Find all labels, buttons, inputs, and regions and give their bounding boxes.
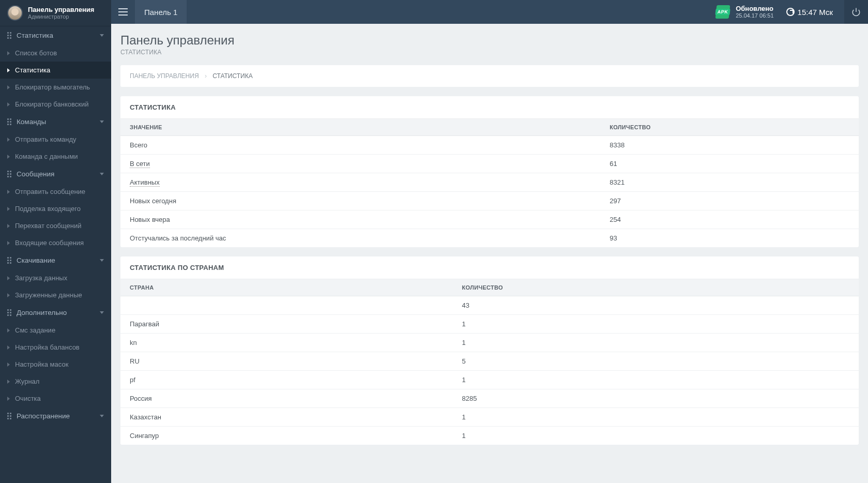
country-label: Казахстан	[120, 408, 453, 427]
nav-section-extra[interactable]: Дополнительно	[0, 304, 111, 322]
nav-item-label: Перехват сообщений	[15, 222, 82, 230]
chevron-right-icon	[7, 102, 10, 107]
table-row: pf1	[120, 371, 859, 389]
chevron-right-icon	[7, 241, 10, 245]
nav-section-messages[interactable]: Сообщения	[0, 165, 111, 183]
chevron-right-icon	[7, 363, 10, 367]
nav-item-statistics-2[interactable]: Блокиратор вымогатель	[0, 79, 111, 96]
user-block[interactable]: Панель управления Администратор	[0, 0, 111, 26]
chevron-right-icon	[7, 380, 10, 384]
svg-rect-1	[118, 11, 128, 12]
breadcrumb-root[interactable]: ПАНЕЛЬ УПРАВЛЕНИЯ	[130, 72, 199, 80]
chevron-right-icon	[7, 276, 10, 280]
clock: 15:47 Мск	[786, 8, 833, 17]
nav-section-spread[interactable]: Распостранение	[0, 407, 111, 425]
breadcrumb-current: СТАТИСТИКА	[212, 72, 252, 80]
breadcrumb: ПАНЕЛЬ УПРАВЛЕНИЯ › СТАТИСТИКА	[120, 65, 859, 87]
nav-item-label: Список ботов	[15, 49, 57, 57]
grip-icon	[7, 413, 11, 419]
stats-label: Активных	[120, 173, 600, 192]
stats-count: 254	[600, 210, 859, 229]
nav-item-messages-0[interactable]: Отправить сообщение	[0, 183, 111, 200]
updated-info: Обновлено 25.04.17 06:51	[736, 5, 773, 19]
nav-item-label: Отправить команду	[15, 135, 77, 143]
stats-table: ЗНАЧЕНИЕ КОЛИЧЕСТВО Всего8338В сети61Акт…	[120, 119, 859, 247]
table-row: Отстучались за последний час93	[120, 229, 859, 248]
country-panel-title: СТАТИСТИКА ПО СТРАНАМ	[120, 256, 859, 279]
chevron-right-icon	[7, 68, 10, 72]
country-label: pf	[120, 371, 453, 389]
nav-item-label: Команда с данными	[15, 153, 78, 160]
user-role: Администратор	[28, 13, 94, 20]
nav-item-label: Входящие сообщения	[15, 239, 84, 247]
nav: СтатистикаСписок ботовСтатистикаБлокират…	[0, 26, 111, 483]
chevron-right-icon	[7, 224, 10, 228]
table-row: Всего8338	[120, 136, 859, 155]
nav-item-extra-1[interactable]: Настройка балансов	[0, 339, 111, 356]
nav-item-label: Загрузка данных	[15, 274, 67, 282]
chevron-right-icon	[7, 190, 10, 194]
nav-item-statistics-1[interactable]: Статистика	[0, 62, 111, 79]
nav-section-download[interactable]: Скачивание	[0, 251, 111, 269]
country-count: 5	[453, 352, 859, 371]
country-col-count: КОЛИЧЕСТВО	[453, 279, 859, 296]
stats-label: Всего	[120, 136, 600, 155]
nav-section-label: Сообщения	[17, 170, 54, 178]
table-row: Парагвай1	[120, 315, 859, 334]
grip-icon	[7, 171, 11, 177]
country-label	[120, 296, 453, 315]
grip-icon	[7, 32, 11, 39]
table-row: Россия8285	[120, 389, 859, 408]
nav-section-statistics[interactable]: Статистика	[0, 26, 111, 44]
menu-toggle-button[interactable]	[111, 0, 135, 24]
nav-item-messages-2[interactable]: Перехват сообщений	[0, 217, 111, 234]
nav-section-commands[interactable]: Команды	[0, 113, 111, 131]
nav-section-label: Скачивание	[17, 256, 55, 264]
nav-item-extra-3[interactable]: Журнал	[0, 373, 111, 390]
nav-item-label: Настройка балансов	[15, 343, 80, 351]
nav-item-download-0[interactable]: Загрузка данных	[0, 269, 111, 286]
chevron-right-icon	[7, 397, 10, 401]
power-icon	[851, 7, 861, 17]
country-count: 1	[453, 427, 859, 445]
nav-item-label: Подделка входящего	[15, 205, 81, 213]
nav-item-label: Блокиратор вымогатель	[15, 83, 90, 91]
nav-section-label: Распостранение	[17, 412, 70, 420]
nav-section-label: Статистика	[17, 32, 53, 39]
nav-item-commands-1[interactable]: Команда с данными	[0, 148, 111, 165]
chevron-down-icon	[100, 120, 104, 123]
nav-item-messages-1[interactable]: Подделка входящего	[0, 200, 111, 217]
nav-item-label: Смс задание	[15, 326, 55, 334]
nav-item-statistics-3[interactable]: Блокиратор банковский	[0, 96, 111, 113]
apk-button[interactable]: APK	[715, 5, 730, 19]
nav-item-label: Загруженные данные	[15, 291, 82, 299]
nav-item-label: Статистика	[15, 66, 50, 74]
country-count: 1	[453, 315, 859, 334]
nav-item-download-1[interactable]: Загруженные данные	[0, 286, 111, 304]
nav-item-commands-0[interactable]: Отправить команду	[0, 131, 111, 148]
table-row: Казахстан1	[120, 408, 859, 427]
stats-count: 297	[600, 192, 859, 210]
country-label: Сингапур	[120, 427, 453, 445]
clock-text: 15:47 Мск	[798, 8, 833, 17]
svg-rect-0	[118, 8, 128, 9]
chevron-right-icon	[7, 51, 10, 55]
nav-item-statistics-0[interactable]: Список ботов	[0, 44, 111, 62]
nav-item-extra-4[interactable]: Очистка	[0, 390, 111, 407]
sidebar: Панель управления Администратор Статисти…	[0, 0, 111, 483]
table-row: Новых сегодня297	[120, 192, 859, 210]
nav-section-label: Команды	[17, 118, 46, 126]
chevron-right-icon	[7, 328, 10, 333]
svg-rect-2	[118, 14, 128, 16]
topbar-tab[interactable]: Панель 1	[135, 0, 187, 24]
chevron-down-icon	[100, 311, 104, 314]
apk-icon: APK	[715, 9, 730, 15]
stats-panel-title: СТАТИСТИКА	[120, 96, 859, 119]
country-count: 1	[453, 371, 859, 389]
country-count: 8285	[453, 389, 859, 408]
breadcrumb-separator: ›	[205, 72, 207, 80]
nav-item-messages-3[interactable]: Входящие сообщения	[0, 234, 111, 251]
nav-item-extra-0[interactable]: Смс задание	[0, 322, 111, 339]
power-button[interactable]	[844, 0, 868, 24]
nav-item-extra-2[interactable]: Настройка масок	[0, 356, 111, 373]
